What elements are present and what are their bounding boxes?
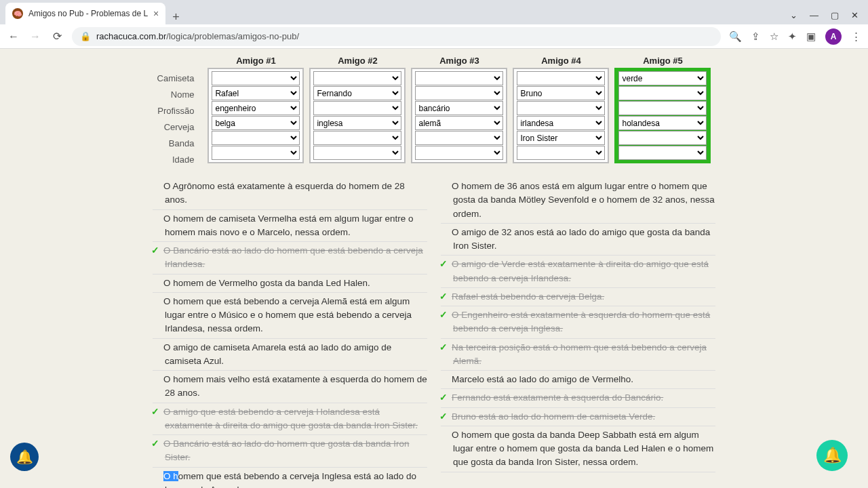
back-button[interactable]: ← xyxy=(7,30,20,43)
extensions-icon[interactable]: ✦ xyxy=(788,30,797,43)
url-path: /logica/problemas/amigos-no-pub/ xyxy=(166,31,299,41)
clue[interactable]: O homem que está bebendo a cerveja Ingle… xyxy=(153,468,427,489)
chevron-down-icon[interactable]: ⌄ xyxy=(790,10,797,20)
row-label: Banda xyxy=(157,136,203,152)
grid-select[interactable]: Iron Sister xyxy=(517,131,605,145)
column-header: Amigo #3 xyxy=(411,56,507,68)
browser-tab[interactable]: 🧠 Amigos no Pub - Problemas de L × xyxy=(5,3,165,24)
grid-select[interactable] xyxy=(517,146,605,160)
close-icon[interactable]: × xyxy=(153,8,159,19)
grid-select[interactable]: belga xyxy=(212,116,300,130)
chat-bubble-icon[interactable]: 🔔 xyxy=(816,440,848,471)
clue[interactable]: Fernando está exatamente à esquerda do B… xyxy=(441,389,715,407)
grid-column: Rafaelengenheirobelga xyxy=(208,68,304,163)
clue[interactable]: O amigo de Verde está exatamente à direi… xyxy=(441,256,715,288)
grid-column: Fernandoinglesa xyxy=(309,68,406,163)
grid-column: bancárioalemã xyxy=(411,68,507,163)
grid-select[interactable]: Fernando xyxy=(313,86,401,100)
grid-select[interactable]: irlandesa xyxy=(517,116,605,130)
reload-button[interactable]: ⟳ xyxy=(50,30,64,43)
grid-select[interactable] xyxy=(618,131,707,145)
sidepanel-icon[interactable]: ▣ xyxy=(806,30,816,43)
grid-select[interactable] xyxy=(313,131,401,145)
column-header: Amigo #1 xyxy=(208,56,304,68)
window-controls: ⌄ — ▢ ✕ xyxy=(790,10,868,24)
grid-select[interactable]: alemã xyxy=(415,116,503,130)
share-icon[interactable]: ⇪ xyxy=(751,30,760,43)
url-domain: rachacuca.com.br xyxy=(96,31,166,41)
clue[interactable]: O amigo que está bebendo a cerveja Holan… xyxy=(153,403,427,436)
grid-select[interactable] xyxy=(415,86,503,100)
zoom-icon[interactable]: 🔍 xyxy=(729,30,742,43)
grid-column: verdeholandesa xyxy=(614,68,711,163)
grid-select[interactable] xyxy=(618,101,707,115)
row-label: Idade xyxy=(157,152,203,168)
clue[interactable]: O Bancário está ao lado do homem que est… xyxy=(153,242,427,274)
clue[interactable]: O Agrônomo está exatamente à esquerda do… xyxy=(153,178,427,210)
url-input[interactable]: 🔒 rachacuca.com.br/logica/problemas/amig… xyxy=(72,27,721,46)
grid-select[interactable] xyxy=(517,101,605,115)
grid-select[interactable] xyxy=(415,146,503,160)
grid-select[interactable] xyxy=(618,146,707,160)
close-window-icon[interactable]: ✕ xyxy=(851,10,859,20)
clue[interactable]: O homem mais velho está exatamente à esq… xyxy=(153,371,427,403)
clue[interactable]: O homem que gosta da banda Deep Sabbath … xyxy=(441,426,715,472)
puzzle-grid: CamisetaNomeProfissãoCervejaBandaIdade A… xyxy=(157,56,711,168)
grid-select[interactable] xyxy=(313,146,401,160)
grid-select[interactable]: engenheiro xyxy=(212,101,300,115)
grid-select[interactable] xyxy=(517,71,605,85)
grid-column: BrunoirlandesaIron Sister xyxy=(513,68,609,163)
forward-button: → xyxy=(28,30,42,43)
clue[interactable]: O amigo de camiseta Amarela está ao lado… xyxy=(153,339,427,371)
clue[interactable]: O amigo de 32 anos está ao lado do amigo… xyxy=(441,224,715,256)
grid-select[interactable] xyxy=(415,131,503,145)
clues-left-column: O Agrônomo está exatamente à esquerda do… xyxy=(153,178,427,488)
column-header: Amigo #2 xyxy=(309,56,406,68)
browser-tabstrip: 🧠 Amigos no Pub - Problemas de L × + ⌄ —… xyxy=(0,0,868,24)
grid-select[interactable]: Bruno xyxy=(517,86,605,100)
clues-right-column: O homem de 36 anos está em algum lugar e… xyxy=(441,178,715,488)
grid-select[interactable] xyxy=(618,86,707,100)
address-bar: ← → ⟳ 🔒 rachacuca.com.br/logica/problema… xyxy=(0,24,868,49)
minimize-icon[interactable]: — xyxy=(810,10,818,20)
grid-select[interactable]: Rafael xyxy=(212,86,300,100)
clue[interactable]: Marcelo está ao lado do amigo de Vermelh… xyxy=(441,371,715,389)
tab-favicon-icon: 🧠 xyxy=(12,8,23,19)
maximize-icon[interactable]: ▢ xyxy=(831,10,839,20)
clue[interactable]: O homem de 36 anos está em algum lugar e… xyxy=(441,178,715,224)
row-label: Profissão xyxy=(157,103,203,119)
bookmark-icon[interactable]: ☆ xyxy=(770,30,778,43)
clues-section: O Agrônomo está exatamente à esquerda do… xyxy=(146,178,722,488)
grid-select[interactable]: holandesa xyxy=(618,116,707,130)
clue[interactable]: O Engenheiro está exatamente à esquerda … xyxy=(441,306,715,339)
page-content: CamisetaNomeProfissãoCervejaBandaIdade A… xyxy=(0,49,868,488)
row-label: Cerveja xyxy=(157,119,203,136)
new-tab-button[interactable]: + xyxy=(165,10,186,24)
tab-title: Amigos no Pub - Problemas de L xyxy=(28,9,148,18)
clue[interactable]: O homem que está bebendo a cerveja Alemã… xyxy=(153,293,427,339)
clue[interactable]: O homem de camiseta Vermelha está em alg… xyxy=(153,210,427,243)
grid-select[interactable] xyxy=(415,71,503,85)
grid-select[interactable]: verde xyxy=(618,71,707,85)
lock-icon: 🔒 xyxy=(80,31,91,41)
menu-icon[interactable]: ⋮ xyxy=(851,30,861,43)
grid-select[interactable] xyxy=(313,101,401,115)
grid-select[interactable] xyxy=(212,131,300,145)
column-header: Amigo #4 xyxy=(513,56,609,68)
clue[interactable]: O Bancário está ao lado do homem que gos… xyxy=(153,435,427,468)
clue[interactable]: Rafael está bebendo a cerveja Belga. xyxy=(441,288,715,306)
profile-avatar[interactable]: A xyxy=(825,28,842,45)
grid-select[interactable]: bancário xyxy=(415,101,503,115)
grid-select[interactable] xyxy=(212,146,300,160)
row-label: Nome xyxy=(157,87,203,103)
row-label: Camiseta xyxy=(157,70,203,87)
clue[interactable]: Na terceira posição está o homem que est… xyxy=(441,339,715,371)
clue[interactable]: Bruno está ao lado do homem de camiseta … xyxy=(441,408,715,426)
column-header: Amigo #5 xyxy=(614,56,711,68)
grid-select[interactable] xyxy=(212,71,300,85)
clue[interactable]: O homem de Vermelho gosta da banda Led H… xyxy=(153,274,427,293)
notification-bell-icon[interactable]: 🔔 xyxy=(10,443,39,471)
row-labels: CamisetaNomeProfissãoCervejaBandaIdade xyxy=(157,56,203,168)
grid-select[interactable]: inglesa xyxy=(313,116,401,130)
grid-select[interactable] xyxy=(313,71,401,85)
